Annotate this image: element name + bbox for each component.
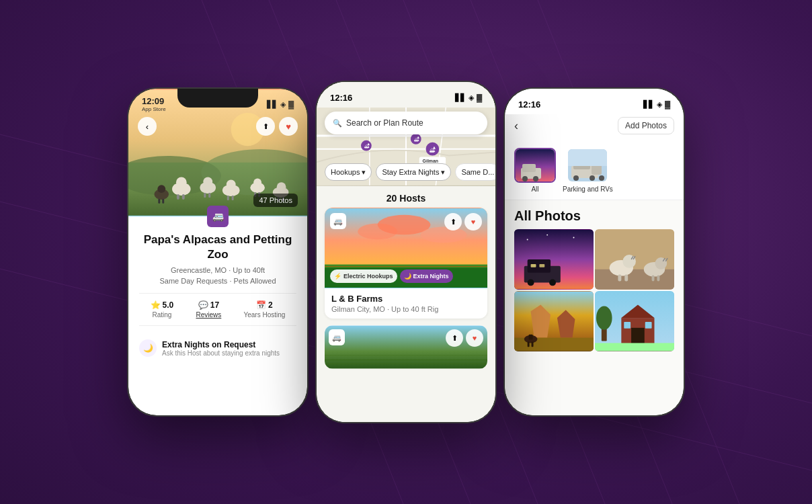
hosting-stat: 📅 2 Years Hosting <box>243 300 285 319</box>
listing1-tags: ⚡ Electric Hookups 🌙 Extra Nights <box>330 269 453 283</box>
svg-rect-109 <box>528 341 530 347</box>
share-button[interactable]: ⬆ <box>256 117 275 136</box>
svg-rect-24 <box>227 196 229 200</box>
all-category-thumb <box>514 148 556 183</box>
photo-count-badge: 47 Photos <box>253 194 298 207</box>
listing-card-1[interactable]: 🚐 ⬆ ♥ ⚡ Electric Hookups <box>325 208 487 319</box>
svg-point-84 <box>573 237 575 239</box>
svg-rect-119 <box>595 343 674 351</box>
photo-category-scroll[interactable]: All <box>505 141 684 200</box>
phone3-status-bar: 12:16 ▋▋ ◈ ▓ <box>505 89 684 114</box>
signal-icon: ▋▋ <box>267 100 278 109</box>
search-icon: 🔍 <box>333 119 342 128</box>
svg-point-27 <box>253 178 261 186</box>
listing1-share-button[interactable]: ⬆ <box>444 213 462 230</box>
phone3-time: 12:16 <box>518 99 540 110</box>
listing2-favorite-button[interactable]: ♥ <box>466 329 483 347</box>
listing1-favorite-button[interactable]: ♥ <box>464 213 482 230</box>
phone1-content: Papa's Alpacas and Petting Zoo Greencast… <box>128 216 307 370</box>
photo-cell-3[interactable] <box>514 291 594 351</box>
reviews-stat: 💬 17 Reviews <box>196 300 221 319</box>
chat-icon: 💬 <box>198 300 208 310</box>
svg-rect-101 <box>652 276 655 282</box>
svg-rect-21 <box>208 193 210 198</box>
all-photos-title: All Photos <box>505 200 684 229</box>
search-text: Search or Plan Route <box>346 118 423 128</box>
reviews-label[interactable]: Reviews <box>196 311 221 319</box>
chevron-icon: ▾ <box>441 168 445 177</box>
calendar-icon: 📅 <box>256 300 266 310</box>
svg-point-78 <box>590 175 595 181</box>
svg-rect-90 <box>539 264 544 267</box>
favorite-button[interactable]: ♥ <box>279 117 298 136</box>
battery-icon: ▓ <box>665 100 670 108</box>
listing-stats: ⭐ 5.0 Rating 💬 17 Reviews <box>139 293 296 326</box>
photo-grid-2 <box>505 291 684 351</box>
svg-rect-95 <box>618 275 621 282</box>
phone1-notch <box>177 89 258 108</box>
signal-icon: ▋▋ <box>643 100 654 109</box>
host-icon-badge: 🚐 <box>207 206 229 227</box>
svg-point-100 <box>655 257 667 269</box>
phone2-status-icons: ▋▋ ◈ ▓ <box>455 93 482 102</box>
phone1-app-label: App Store <box>142 106 166 112</box>
listing-card-2[interactable]: 🚐 ⬆ ♥ <box>325 325 487 369</box>
phone-2: 12:16 ▋▋ ◈ ▓ <box>315 81 497 423</box>
listing-tags: Same Day Requests · Pets Allowed <box>139 277 296 285</box>
svg-rect-25 <box>232 196 234 200</box>
battery-icon: ▓ <box>288 100 294 108</box>
moon-icon: 🌙 <box>404 273 411 280</box>
all-category[interactable]: All <box>514 148 556 193</box>
phone2-status-bar: 12:16 ▋▋ ◈ ▓ <box>317 82 495 108</box>
rv-category[interactable]: Parking and RVs <box>563 148 613 193</box>
svg-rect-70 <box>522 164 536 172</box>
phone3-back-button[interactable]: ‹ <box>514 119 518 133</box>
svg-point-88 <box>549 280 556 286</box>
listing2-share-button[interactable]: ⬆ <box>446 329 463 347</box>
photo-cell-1[interactable] <box>514 229 594 290</box>
hookups-filter[interactable]: Hookups ▾ <box>325 163 372 181</box>
extra-nights-tag: 🌙 Extra Nights <box>400 269 453 283</box>
extra-nights-title: Extra Nights on Request <box>162 340 280 349</box>
svg-text:🏕: 🏕 <box>430 146 436 153</box>
listing-title: Papa's Alpacas and Petting Zoo <box>139 233 296 262</box>
chevron-icon: ▾ <box>362 168 366 177</box>
svg-rect-108 <box>529 335 533 340</box>
extra-nights-row: 🌙 Extra Nights on Request Ask this Host … <box>139 334 296 362</box>
svg-rect-117 <box>624 322 631 329</box>
photo-cell-2[interactable] <box>595 229 674 290</box>
hookups-tag: ⚡ Electric Hookups <box>330 269 397 283</box>
back-button[interactable]: ‹ <box>138 117 157 136</box>
svg-point-113 <box>596 306 612 329</box>
svg-point-83 <box>546 235 548 236</box>
plug-icon: ⚡ <box>334 273 341 280</box>
listing2-image: 🚐 ⬆ ♥ <box>325 325 487 369</box>
rv-category-label: Parking and RVs <box>563 185 613 193</box>
signal-icon: ▋▋ <box>455 93 466 102</box>
listing1-name: L & B Farms <box>331 294 481 304</box>
svg-point-79 <box>599 175 604 181</box>
svg-point-31 <box>277 182 286 192</box>
listing1-image: 🚐 ⬆ ♥ ⚡ Electric Hookups <box>325 208 487 288</box>
phone-3: 12:16 ▋▋ ◈ ▓ ‹ Add Photos <box>503 87 685 417</box>
rating-value: ⭐ 5.0 <box>151 300 174 310</box>
svg-rect-118 <box>645 322 652 329</box>
listing1-host-icon: 🚐 <box>330 213 346 229</box>
rating-stat: ⭐ 5.0 Rating <box>151 300 174 319</box>
add-photos-button[interactable]: Add Photos <box>618 117 674 134</box>
rv-category-thumb <box>567 148 608 183</box>
filter-bar: Hookups ▾ Stay Extra Nights ▾ Same D... <box>325 163 487 181</box>
phone1-status-icons: ▋▋ ◈ ▓ <box>267 100 294 109</box>
star-icon: ⭐ <box>151 300 161 310</box>
wifi-icon: ◈ <box>657 100 662 109</box>
hosts-count: 20 Hosts <box>317 186 495 208</box>
svg-rect-110 <box>532 341 534 347</box>
phones-container: 12:09 App Store ▋▋ ◈ ▓ ‹ <box>127 81 685 423</box>
rating-label: Rating <box>152 311 171 319</box>
same-day-filter[interactable]: Same D... <box>455 163 495 181</box>
wifi-icon: ◈ <box>280 100 286 109</box>
phone1-hero-image: 12:09 App Store ▋▋ ◈ ▓ ‹ <box>128 89 307 216</box>
extra-nights-filter[interactable]: Stay Extra Nights ▾ <box>376 163 451 181</box>
photo-cell-4[interactable] <box>595 291 674 351</box>
search-bar[interactable]: 🔍 Search or Plan Route <box>325 112 487 134</box>
